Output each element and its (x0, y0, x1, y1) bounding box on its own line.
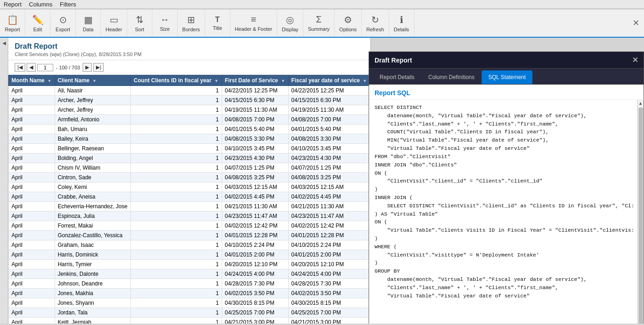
col-client-name[interactable]: Client Name ▼ (55, 75, 131, 86)
table-cell: 1 (131, 279, 222, 289)
draft-report-dialog: Draft Report ✕ Report Details Column Def… (369, 51, 644, 324)
toolbar-title[interactable]: T Title (205, 9, 230, 37)
data-table-container[interactable]: Month Name ▼ Client Name ▼ Count Clients… (8, 75, 370, 324)
tab-report-details[interactable]: Report Details (373, 70, 421, 84)
report-panel: Draft Report Client Services (wjw) (Clon… (8, 38, 371, 324)
table-row[interactable]: AprilColey, Kemi104/03/2015 12:15 AM04/0… (9, 182, 370, 192)
table-row[interactable]: AprilBailey, Keira104/08/2015 3:30 PM04/… (9, 134, 370, 144)
toolbar-edit-label: Edit (34, 27, 42, 32)
table-cell: April (9, 231, 55, 240)
table-row[interactable]: AprilJones, Makhia104/02/2015 3:50 PM04/… (9, 289, 370, 298)
table-row[interactable]: AprilArmfield, Antonio104/08/2015 7:00 P… (9, 115, 370, 125)
table-row[interactable]: AprilGonzalez-Castillo, Yessica104/01/20… (9, 231, 370, 240)
table-row[interactable]: AprilEcheverria-Hernandez, Jose104/21/20… (9, 202, 370, 211)
sort-count-icon: ▼ (214, 79, 218, 83)
table-row[interactable]: AprilForrest, Makai104/02/2015 12:42 PM0… (9, 221, 370, 231)
table-row[interactable]: AprilKeitt, Jermiah104/21/2015 3:00 PM04… (9, 318, 370, 324)
table-cell: 04/20/2015 12:10 PM (288, 260, 370, 269)
table-row[interactable]: AprilArcher, Jeffrey104/19/2015 11:30 AM… (9, 105, 370, 115)
table-cell: April (9, 192, 55, 202)
refresh-icon: ↻ (371, 14, 379, 25)
toolbar-sort[interactable]: ⇅ Sort (127, 9, 152, 37)
sql-body[interactable]: SELECT DISTINCT datename(month, "Virtual… (369, 100, 637, 324)
toolbar-edit[interactable]: ✏️ Edit (25, 9, 50, 37)
table-cell: Jones, Shyann (55, 298, 131, 308)
toolbar-size[interactable]: ↔ Size (152, 9, 178, 37)
page-range-text: - 100 / 703 (56, 65, 80, 70)
page-number-input[interactable] (37, 64, 53, 71)
toolbar-borders-label: Borders (182, 27, 200, 32)
table-cell: 1 (131, 125, 222, 134)
table-row[interactable]: AprilCrabbe, Aneisa104/02/2015 4:45 PM04… (9, 192, 370, 202)
table-cell: Chism IV, William (55, 163, 131, 173)
toolbar-title-label: Title (213, 25, 222, 31)
table-row[interactable]: AprilCintron, Sade104/08/2015 3:25 PM04/… (9, 173, 370, 182)
table-row[interactable]: AprilEspinoza, Julia104/23/2015 11:47 AM… (9, 211, 370, 221)
toolbar-header[interactable]: ▭ Header (101, 9, 127, 37)
report-icon: 📋 (7, 14, 18, 25)
col-month-name[interactable]: Month Name ▼ (9, 75, 55, 86)
table-row[interactable]: AprilAli, Naasir104/22/2015 12:25 PM04/2… (9, 86, 370, 96)
table-row[interactable]: AprilHarris, Tymier104/20/2015 12:10 PM0… (9, 260, 370, 269)
toolbar-summary[interactable]: Σ Summary (303, 9, 335, 37)
table-row[interactable]: AprilBellinger, Raesean104/10/2015 3:45 … (9, 144, 370, 154)
table-cell: 04/01/2015 12:28 PM (222, 231, 288, 240)
table-cell: 04/07/2015 1:25 PM (288, 163, 370, 173)
table-cell: April (9, 269, 55, 279)
table-cell: 1 (131, 144, 222, 154)
page-prev-button[interactable]: ◀ (27, 63, 36, 72)
sort-client-icon: ▼ (92, 79, 96, 83)
table-cell: 1 (131, 250, 222, 260)
table-cell: 04/23/2015 4:30 PM (222, 154, 288, 163)
col-count-clients[interactable]: Count Clients ID in fiscal year ▼ (131, 75, 222, 86)
left-tab-strip: ▶ (0, 38, 8, 324)
toolbar-options[interactable]: ⚙ Options (335, 9, 362, 37)
menu-columns[interactable]: Columns (29, 1, 52, 8)
scrollbar-up-button[interactable]: ▲ (638, 101, 643, 106)
table-row[interactable]: AprilBah, Umaru104/01/2015 5:40 PM04/01/… (9, 125, 370, 134)
table-cell: 04/19/2015 11:30 AM (222, 105, 288, 115)
page-first-button[interactable]: |◀ (15, 63, 25, 72)
left-tab-item[interactable]: ▶ (0, 38, 7, 50)
table-cell: April (9, 289, 55, 298)
table-row[interactable]: AprilArcher, Jeffrey104/15/2015 6:30 PM0… (9, 96, 370, 105)
table-row[interactable]: AprilJenkins, Dalonte104/24/2015 4:00 PM… (9, 269, 370, 279)
table-cell: 04/21/2015 11:30 AM (222, 202, 288, 211)
toolbar-report[interactable]: 📋 Report (0, 9, 25, 37)
tab-sql-statement[interactable]: SQL Statement (482, 70, 533, 84)
table-cell: Graham, Isaac (55, 240, 131, 250)
toolbar-header-footer[interactable]: ≡ Header & Footer (230, 9, 277, 37)
dialog-close-button[interactable]: ✕ (632, 56, 638, 64)
toolbar-details[interactable]: ℹ Details (389, 9, 414, 37)
table-row[interactable]: AprilHarris, Dominick104/01/2015 2:00 PM… (9, 250, 370, 260)
table-row[interactable]: AprilGraham, Isaac104/10/2015 2:24 PM04/… (9, 240, 370, 250)
table-row[interactable]: AprilBolding, Angel104/23/2015 4:30 PM04… (9, 154, 370, 163)
toolbar-borders[interactable]: ⊞ Borders (178, 9, 205, 37)
table-row[interactable]: AprilJohnson, Deandre104/28/2015 7:30 PM… (9, 279, 370, 289)
menu-filters[interactable]: Filters (60, 1, 76, 8)
table-cell: Echeverria-Hernandez, Jose (55, 202, 131, 211)
toolbar-export[interactable]: ⊙ Export (50, 9, 76, 37)
table-row[interactable]: AprilChism IV, William104/07/2015 1:25 P… (9, 163, 370, 173)
table-cell: April (9, 182, 55, 192)
toolbar-data-label: Data (83, 27, 93, 32)
tab-column-definitions[interactable]: Column Definitions (421, 70, 482, 84)
col-first-date[interactable]: First Date of Service ▼ (222, 75, 288, 86)
table-cell: 04/10/2015 2:24 PM (222, 240, 288, 250)
toolbar-data[interactable]: ▦ Data (76, 9, 101, 37)
col-fiscal-date[interactable]: Fiscal year date of service ▼ (288, 75, 370, 86)
table-cell: 04/24/2015 4:00 PM (288, 269, 370, 279)
table-cell: April (9, 144, 55, 154)
table-cell: 04/01/2015 12:28 PM (288, 231, 370, 240)
toolbar-display[interactable]: ◎ Display (277, 9, 303, 37)
page-next-button[interactable]: ▶ (83, 63, 92, 72)
table-row[interactable]: AprilJones, Shyann104/30/2015 8:15 PM04/… (9, 298, 370, 308)
scrollbar-thumb[interactable] (638, 108, 643, 324)
table-cell: 1 (131, 221, 222, 231)
toolbar-close-button[interactable]: ✕ (630, 9, 644, 37)
table-cell: Bellinger, Raesean (55, 144, 131, 154)
page-last-button[interactable]: ▶| (93, 63, 104, 72)
menu-report[interactable]: Report (4, 1, 22, 8)
table-row[interactable]: AprilJordan, Tala104/25/2015 7:00 PM04/2… (9, 308, 370, 318)
toolbar-refresh[interactable]: ↻ Refresh (362, 9, 389, 37)
